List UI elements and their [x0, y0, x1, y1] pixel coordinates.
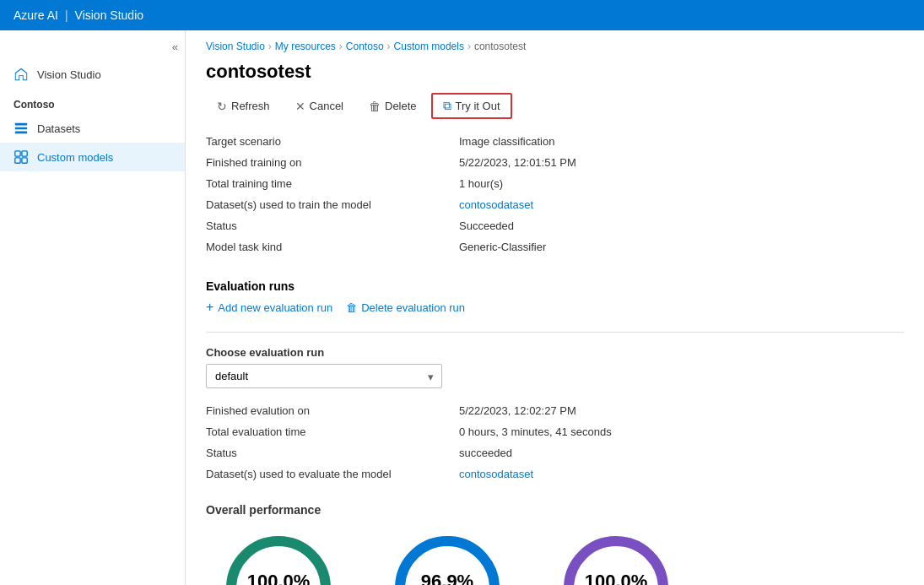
delete-eval-icon: 🗑 — [346, 301, 357, 314]
evaluation-runs-header: Evaluation runs — [186, 269, 924, 300]
breadcrumb-current: contosotest — [474, 41, 526, 52]
brand-label: Azure AI — [14, 8, 58, 22]
svg-rect-6 — [22, 158, 27, 163]
refresh-icon: ↻ — [217, 100, 227, 113]
breadcrumb-vision-studio[interactable]: Vision Studio — [206, 41, 265, 52]
delete-eval-run-label: Delete evaluation run — [361, 301, 465, 314]
sidebar-collapse-btn[interactable]: « — [0, 37, 185, 60]
breadcrumb-sep-3: › — [387, 41, 391, 52]
gauge-wrapper-0: 100.0% — [224, 534, 333, 585]
model-task-label: Model task kind — [206, 238, 459, 256]
gauge-wrapper-2: 100.0% — [561, 534, 671, 585]
delete-label: Delete — [385, 100, 417, 112]
status-value: Succeeded — [459, 217, 904, 235]
dataset-train-value[interactable]: contosodataset — [459, 196, 904, 214]
try-it-out-button[interactable]: ⧉ Try it Out — [431, 93, 512, 119]
sidebar-item-datasets[interactable]: Datasets — [0, 114, 185, 143]
try-it-out-icon: ⧉ — [443, 99, 451, 113]
custom-models-icon — [14, 149, 29, 165]
status-label: Status — [206, 217, 459, 235]
refresh-button[interactable]: ↻ Refresh — [206, 95, 281, 118]
svg-rect-5 — [15, 158, 20, 163]
eval-status-label: Status — [206, 444, 459, 462]
eval-run-selector-wrapper: default ▾ — [206, 364, 442, 388]
sidebar-item-home[interactable]: Vision Studio — [0, 60, 185, 89]
sidebar-section-contoso: Contoso — [0, 89, 185, 114]
datasets-label: Datasets — [37, 122, 80, 135]
divider-1 — [206, 332, 904, 333]
cancel-label: Cancel — [310, 100, 343, 112]
gauge-value-1: 96.9% — [421, 571, 473, 585]
cancel-button[interactable]: ✕ Cancel — [284, 95, 354, 118]
topbar-separator: | — [65, 8, 68, 22]
home-icon — [14, 67, 29, 82]
eval-details-grid: Finished evalution on 5/22/2023, 12:02:2… — [186, 395, 924, 496]
gauge-container-0: 100.0% Average precision i — [219, 534, 338, 585]
total-eval-value: 0 hours, 3 minutes, 41 seconds — [459, 423, 904, 441]
eval-actions: + Add new evaluation run 🗑 Delete evalua… — [186, 300, 924, 328]
cancel-icon: ✕ — [295, 100, 305, 113]
dataset-eval-value[interactable]: contosodataset — [459, 465, 904, 483]
toolbar: ↻ Refresh ✕ Cancel 🗑 Delete ⧉ Try it Out — [186, 93, 924, 133]
eval-run-dropdown[interactable]: default — [206, 364, 442, 388]
breadcrumb-sep-4: › — [467, 41, 471, 52]
svg-rect-2 — [15, 132, 27, 134]
dataset-train-label: Dataset(s) used to train the model — [206, 196, 459, 214]
eval-status-value: succeeded — [459, 444, 904, 462]
model-details-grid: Target scenario Image classification Fin… — [186, 133, 924, 269]
breadcrumb-sep-2: › — [339, 41, 343, 52]
total-eval-label: Total evaluation time — [206, 423, 459, 441]
try-it-out-label: Try it Out — [456, 100, 500, 112]
datasets-icon — [14, 121, 29, 136]
gauge-value-0: 100.0% — [247, 571, 311, 585]
add-icon: + — [206, 300, 213, 315]
overall-performance-section: Overall performance 100.0% Average preci… — [186, 496, 924, 585]
dataset-eval-label: Dataset(s) used to evaluate the model — [206, 465, 459, 483]
target-scenario-value: Image classification — [459, 133, 904, 150]
gauges-row: 100.0% Average precision i 96.9% Accurac… — [206, 534, 904, 585]
sidebar-home-label: Vision Studio — [37, 68, 101, 81]
eval-run-selector-section: Choose evaluation run default ▾ — [186, 336, 924, 395]
gauge-container-1: 96.9% Accuracy - Top 1 i — [388, 534, 506, 585]
breadcrumb-sep-1: › — [268, 41, 272, 52]
gauge-container-2: 100.0% Accuracy - Top 5 i — [557, 534, 675, 585]
finished-eval-label: Finished evalution on — [206, 402, 459, 420]
add-eval-run-label: Add new evaluation run — [218, 301, 332, 314]
svg-rect-1 — [15, 127, 27, 130]
finished-training-label: Finished training on — [206, 154, 459, 171]
sidebar: « Vision Studio Contoso Datasets — [0, 30, 186, 585]
page-title: contosotest — [186, 57, 924, 93]
refresh-label: Refresh — [231, 100, 270, 112]
model-task-value: Generic-Classifier — [459, 238, 904, 256]
svg-rect-0 — [15, 123, 27, 126]
overall-performance-title: Overall performance — [206, 503, 904, 517]
gauge-wrapper-1: 96.9% — [392, 534, 502, 585]
eval-run-selector-label: Choose evaluation run — [206, 346, 904, 359]
main-content: Vision Studio › My resources › Contoso ›… — [186, 30, 924, 585]
delete-button[interactable]: 🗑 Delete — [358, 95, 428, 118]
breadcrumb-my-resources[interactable]: My resources — [275, 41, 336, 52]
gauge-value-2: 100.0% — [585, 571, 648, 585]
topbar: Azure AI | Vision Studio — [0, 0, 924, 30]
breadcrumb-custom-models[interactable]: Custom models — [394, 41, 464, 52]
add-eval-run-button[interactable]: + Add new evaluation run — [206, 300, 332, 315]
breadcrumb: Vision Studio › My resources › Contoso ›… — [186, 30, 924, 57]
target-scenario-label: Target scenario — [206, 133, 459, 150]
delete-eval-run-button[interactable]: 🗑 Delete evaluation run — [346, 301, 465, 314]
finished-training-value: 5/22/2023, 12:01:51 PM — [459, 154, 904, 171]
delete-icon: 🗑 — [369, 100, 381, 113]
total-training-value: 1 hour(s) — [459, 175, 904, 192]
product-label: Vision Studio — [75, 8, 143, 22]
custom-models-label: Custom models — [37, 151, 113, 164]
finished-eval-value: 5/22/2023, 12:02:27 PM — [459, 402, 904, 420]
total-training-label: Total training time — [206, 175, 459, 192]
sidebar-item-custom-models[interactable]: Custom models — [0, 143, 185, 171]
breadcrumb-contoso[interactable]: Contoso — [346, 41, 384, 52]
svg-rect-3 — [15, 151, 20, 156]
svg-rect-4 — [22, 151, 27, 156]
